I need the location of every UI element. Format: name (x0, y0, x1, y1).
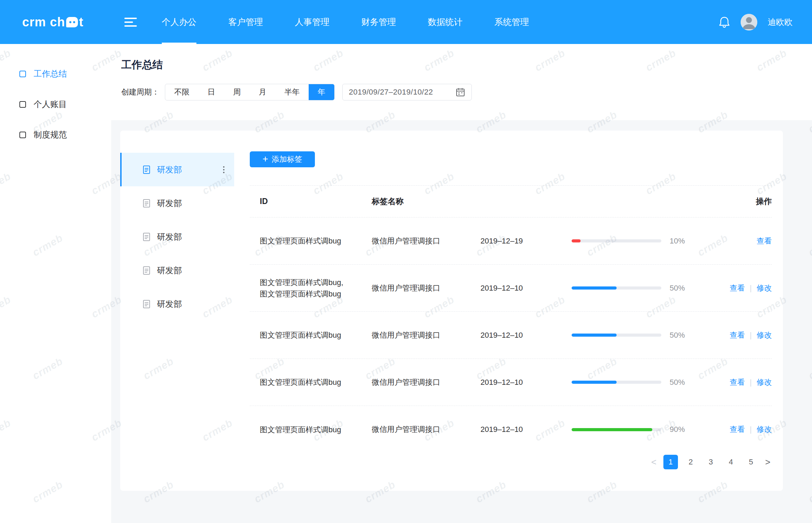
action-divider: | (750, 331, 752, 339)
page-header-section: 工作总结 创建周期： 不限 日 周 月 半年 年 2019/09/27–2019… (111, 44, 812, 120)
table-row: 图文管理页面样式调bug 微信用户管理调接口 2019–12–10 50% 查看… (250, 359, 772, 406)
nav-item-finance[interactable]: 财务管理 (345, 0, 412, 44)
cell-date: 2019–12–10 (480, 331, 572, 340)
sidebar-item-label: 个人账目 (34, 99, 67, 110)
cell-task: 图文管理页面样式调bug (260, 376, 372, 388)
prev-page-icon[interactable]: < (650, 455, 658, 469)
cell-tag-name: 微信用户管理调接口 (372, 283, 480, 293)
progress-fill (572, 381, 617, 384)
cell-date: 2019–12–10 (480, 284, 572, 293)
document-icon (142, 199, 151, 208)
sidebar-item-personal-account[interactable]: 个人账目 (0, 89, 111, 119)
action-divider: | (750, 425, 752, 434)
calendar-icon (456, 87, 465, 97)
period-segmented-control: 不限 日 周 月 半年 年 (165, 84, 335, 100)
nav-item-system[interactable]: 系统管理 (478, 0, 545, 44)
document-icon (142, 266, 151, 275)
cell-date: 2019–12–19 (480, 237, 572, 246)
cell-task: 图文管理页面样式调bug (260, 329, 372, 341)
table-row: 图文管理页面样式调bug 微信用户管理调接口 2019–12–10 90% 查看… (250, 406, 772, 453)
table-row: 图文管理页面样式调bug, 图文管理页面样式调bug 微信用户管理调接口 201… (250, 265, 772, 312)
cell-task: 图文管理页面样式调bug, 图文管理页面样式调bug (260, 277, 372, 300)
left-sidebar: 工作总结 个人账目 制度规范 (0, 44, 111, 523)
view-link[interactable]: 查看 (757, 237, 772, 245)
nav-item-customer[interactable]: 客户管理 (212, 0, 279, 44)
nav-item-personal-office[interactable]: 个人办公 (146, 0, 212, 44)
cell-date: 2019–12–10 (480, 378, 572, 387)
add-tag-button[interactable]: + 添加标签 (250, 151, 315, 167)
page-title: 工作总结 (121, 44, 812, 72)
department-item-3[interactable]: 研发部 (120, 254, 234, 287)
view-link[interactable]: 查看 (730, 284, 745, 292)
notification-bell-icon[interactable] (718, 16, 730, 28)
edit-link[interactable]: 修改 (757, 378, 772, 387)
nav-item-statistics[interactable]: 数据统计 (412, 0, 478, 44)
sidebar-item-label: 制度规范 (34, 129, 67, 140)
date-range-picker[interactable]: 2019/09/27–2019/10/22 (342, 84, 472, 100)
department-label: 研发部 (157, 198, 182, 209)
progress-fill (572, 239, 581, 242)
date-range-value: 2019/09/27–2019/10/22 (349, 88, 456, 97)
department-item-2[interactable]: 研发部 (120, 220, 234, 254)
progress-track (572, 428, 661, 431)
sidebar-item-work-summary[interactable]: 工作总结 (0, 59, 111, 89)
edit-link[interactable]: 修改 (757, 284, 772, 292)
top-navbar: crm ch t 个人办公 客户管理 人事管理 财务管理 数据统计 系统管理 (0, 0, 812, 44)
next-page-icon[interactable]: > (764, 455, 772, 469)
progress-percent: 50% (670, 378, 700, 387)
department-label: 研发部 (157, 265, 182, 276)
app-window: crm ch t 个人办公 客户管理 人事管理 财务管理 数据统计 系统管理 (0, 0, 812, 523)
cell-actions: 查看|修改 (700, 377, 772, 388)
cell-tag-name: 微信用户管理调接口 (372, 377, 480, 388)
action-divider: | (750, 378, 752, 387)
sidebar-item-rules[interactable]: 制度规范 (0, 119, 111, 150)
content-card: 研发部 研发部 研发部 (120, 131, 783, 491)
table-row: 图文管理页面样式调bug 微信用户管理调接口 2019–12–10 50% 查看… (250, 312, 772, 359)
cell-tag-name: 微信用户管理调接口 (372, 424, 480, 435)
cell-actions: 查看|修改 (700, 424, 772, 435)
username-label[interactable]: 迪欧欧 (768, 17, 793, 28)
personal-account-icon (19, 101, 26, 108)
department-label: 研发部 (157, 164, 182, 175)
cell-task: 图文管理页面样式调bug (260, 424, 372, 435)
period-option-month[interactable]: 月 (250, 84, 275, 100)
period-option-year[interactable]: 年 (309, 84, 334, 100)
cell-actions: 查看|修改 (700, 283, 772, 293)
header-right-cluster: 迪欧欧 (718, 14, 812, 30)
progress-fill (572, 286, 617, 290)
period-option-week[interactable]: 周 (224, 84, 250, 100)
page-3[interactable]: 3 (704, 455, 718, 469)
user-avatar[interactable] (741, 14, 757, 30)
view-link[interactable]: 查看 (730, 425, 745, 434)
more-options-icon[interactable] (221, 164, 227, 175)
tags-table: ID 标签名称 操作 图文管理页面样式调bug 微信用户管理调接口 2019–1… (250, 185, 772, 453)
rules-icon (19, 132, 26, 138)
cell-tag-name: 微信用户管理调接口 (372, 330, 480, 340)
edit-link[interactable]: 修改 (757, 425, 772, 434)
view-link[interactable]: 查看 (730, 331, 745, 339)
col-header-name: 标签名称 (372, 196, 480, 207)
progress-fill (572, 428, 652, 431)
progress-track (572, 239, 661, 242)
progress-track (572, 334, 661, 337)
department-item-0[interactable]: 研发部 (120, 153, 234, 186)
nav-item-hr[interactable]: 人事管理 (279, 0, 345, 44)
logo-text-left: crm ch (22, 15, 65, 29)
page-5[interactable]: 5 (744, 455, 758, 469)
table-area: + 添加标签 ID 标签名称 操作 图文管理页面样式调bug 微信用户管理调接口… (250, 151, 772, 491)
pagination: < 1 2 3 4 5 > (650, 455, 772, 469)
page-4[interactable]: 4 (724, 455, 738, 469)
department-item-4[interactable]: 研发部 (120, 287, 234, 321)
menu-collapse-icon[interactable] (124, 18, 137, 27)
add-tag-label: 添加标签 (272, 154, 302, 165)
department-label: 研发部 (157, 299, 182, 310)
department-item-1[interactable]: 研发部 (120, 186, 234, 220)
main-area: 工作总结 创建周期： 不限 日 周 月 半年 年 2019/09/27–2019… (111, 44, 812, 523)
page-2[interactable]: 2 (683, 455, 698, 469)
view-link[interactable]: 查看 (730, 378, 745, 387)
period-option-unlimited[interactable]: 不限 (165, 84, 198, 100)
page-1[interactable]: 1 (663, 455, 678, 469)
period-option-day[interactable]: 日 (198, 84, 224, 100)
edit-link[interactable]: 修改 (757, 331, 772, 339)
period-option-halfyear[interactable]: 半年 (275, 84, 309, 100)
